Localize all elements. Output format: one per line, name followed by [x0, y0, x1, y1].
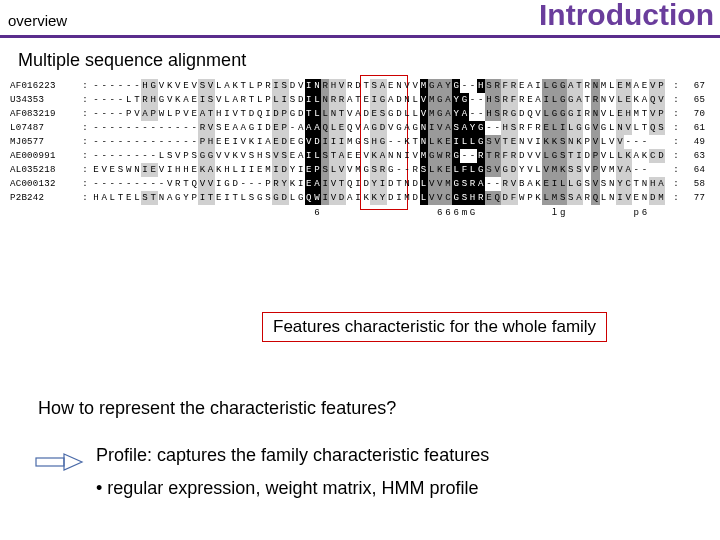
residue-count: 58 [683, 177, 705, 191]
residue-count: 77 [683, 191, 705, 205]
separator: : [78, 79, 92, 93]
sequence: ----LTRHGVKAEISVLARTLPLISDILNRRATEIGADNL… [92, 93, 665, 107]
question-text: How to represent the characteristic feat… [38, 398, 396, 419]
alignment-row: AF083219:----PVAPWLPVEATHIVTDQIDPGDTLLNT… [10, 107, 710, 121]
sequence: HALTELSTNAGYPITEITLSGSGDLGQWIVDAIKKYDIMD… [92, 191, 665, 205]
alignment-row: AC000132:---------VRTQVVIGD---PRYKIEAIVT… [10, 177, 710, 191]
separator: : [78, 93, 92, 107]
arrow-icon [34, 452, 84, 472]
slide-header: overview Introduction [0, 0, 720, 38]
bullet-text: • regular expression, weight matrix, HMM… [96, 478, 478, 499]
accession: AF016223 [10, 79, 78, 93]
overview-label: overview [8, 12, 67, 29]
residue-count: 65 [683, 93, 705, 107]
separator: : [669, 135, 683, 149]
svg-rect-0 [36, 458, 64, 466]
alignment-row: AL035218:EVESWNIEVIHHEKAKHLIIEMIDYIEPSLV… [10, 163, 710, 177]
alignment-figure: AF016223:------HGVKVEVSVLAKTLPRISDVINRHV… [10, 79, 710, 220]
residue-count: 67 [683, 79, 705, 93]
residue-count: 64 [683, 163, 705, 177]
separator: : [78, 135, 92, 149]
residue-count: 63 [683, 149, 705, 163]
alignment-row: U34353:----LTRHGVKAEISVLARTLPLISDILNRRAT… [10, 93, 710, 107]
sequence: --------LSVPSGGVVKVSHSVSEAILSTAEEVKANNIV… [92, 149, 665, 163]
separator: : [78, 191, 92, 205]
alignment-grid: AF016223:------HGVKVEVSVLAKTLPRISDVINRHV… [10, 79, 710, 220]
separator: : [669, 93, 683, 107]
separator: : [669, 79, 683, 93]
accession: L07487 [10, 121, 78, 135]
separator: : [78, 149, 92, 163]
sequence: EVESWNIEVIHHEKAKHLIIEMIDYIEPSLVVMGSRG--R… [92, 163, 665, 177]
residue-count: 49 [683, 135, 705, 149]
sequence: ------HGVKVEVSVLAKTLPRISDVINRHVRDTSAENVV… [92, 79, 665, 93]
accession: AE000991 [10, 149, 78, 163]
section-subtitle: Multiple sequence alignment [18, 50, 720, 71]
caption-box: Features characteristic for the whole fa… [262, 312, 607, 342]
sequence: ---------VRTQVVIGD---PRYKIEAIVTQIDYIDTND… [92, 177, 665, 191]
accession: U34353 [10, 93, 78, 107]
alignment-row: AF016223:------HGVKVEVSVLAKTLPRISDVINRHV… [10, 79, 710, 93]
accession: MJ0577 [10, 135, 78, 149]
separator: : [669, 163, 683, 177]
accession: P2B242 [10, 191, 78, 205]
sequence: -------------PHEEIVKIAEDEGVDIIIMGSHG--KT… [92, 135, 665, 149]
sequence: ----PVAPWLPVEATHIVTDQIDPGDTLLNTVADESGDLL… [92, 107, 665, 121]
separator: : [669, 149, 683, 163]
alignment-row: MJ0577:-------------PHEEIVKIAEDEGVDIIIMG… [10, 135, 710, 149]
slide-title: Introduction [539, 0, 714, 32]
separator: : [669, 191, 683, 205]
alignment-row: AE000991:--------LSVPSGGVVKVSHSVSEAILSTA… [10, 149, 710, 163]
residue-count: 61 [683, 121, 705, 135]
separator: : [669, 107, 683, 121]
separator: : [78, 121, 92, 135]
alignment-row: L07487:-------------RVSEAAGIDEP-AAAQLEQV… [10, 121, 710, 135]
accession: AF083219 [10, 107, 78, 121]
separator: : [78, 177, 92, 191]
separator: : [78, 107, 92, 121]
accession: AL035218 [10, 163, 78, 177]
accession: AC000132 [10, 177, 78, 191]
svg-marker-1 [64, 454, 82, 470]
separator: : [78, 163, 92, 177]
sequence: -------------RVSEAAGIDEP-AAAQLEQVAGDVGAG… [92, 121, 665, 135]
profile-text: Profile: captures the family characteris… [96, 445, 489, 466]
separator: : [669, 121, 683, 135]
alignment-row: P2B242:HALTELSTNAGYPITEITLSGSGDLGQWIVDAI… [10, 191, 710, 205]
separator: : [669, 177, 683, 191]
alignment-ruler: 6 666mG lg p6 [10, 206, 710, 220]
residue-count: 70 [683, 107, 705, 121]
